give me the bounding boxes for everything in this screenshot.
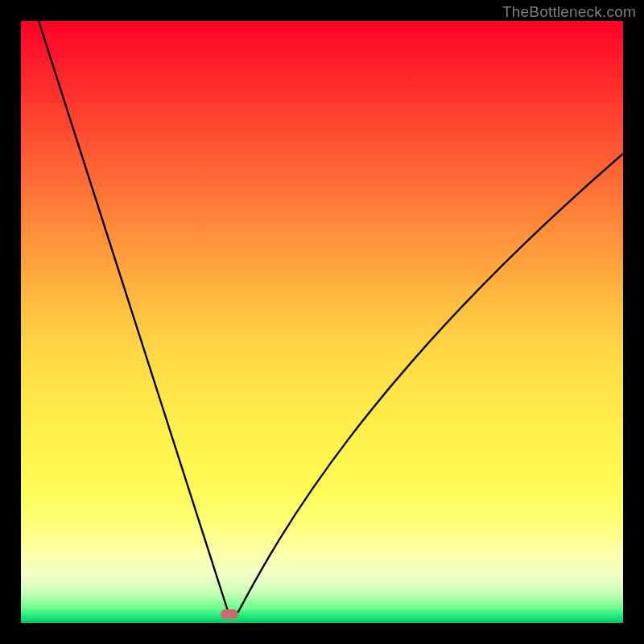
chart-frame: TheBottleneck.com [0, 0, 644, 644]
optimal-marker [221, 609, 238, 619]
plot-area [21, 21, 623, 623]
curve-svg [21, 21, 623, 623]
bottleneck-curve [39, 21, 623, 616]
watermark-text: TheBottleneck.com [502, 3, 636, 21]
